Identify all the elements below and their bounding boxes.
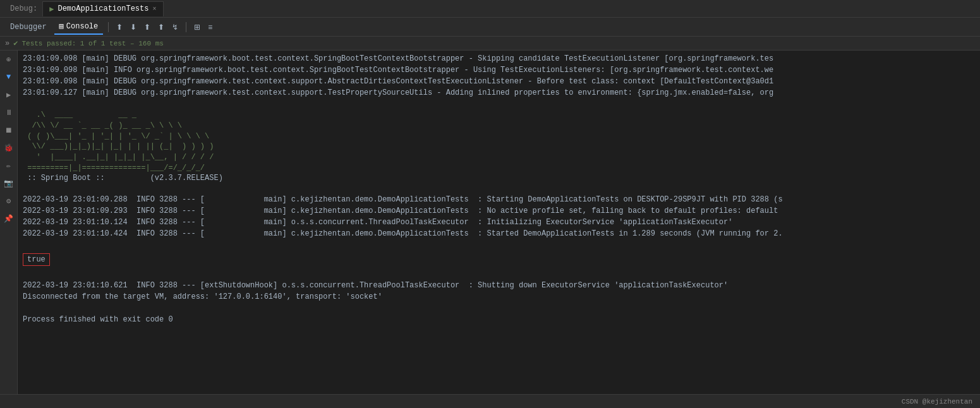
toolbar-btn-1[interactable]: ⬆: [114, 21, 125, 33]
spring-version: :: Spring Boot :: (v2.3.7.RELEASE): [23, 174, 975, 183]
empty-line-4: [23, 268, 975, 280]
tab-debugger[interactable]: Debugger: [5, 20, 52, 34]
main-area: ⊕ ▼ ▶ ⏸ ⏹ 🐞 ✏ 📷 ⚙ 📌 23:01:09.098 [main] …: [0, 51, 980, 394]
sidebar-icon-3[interactable]: ▶: [3, 88, 15, 101]
sidebar-icon-bug[interactable]: 🐞: [3, 141, 15, 154]
tab-icon: ▶: [49, 4, 54, 14]
log-line-2: 23:01:09.098 [main] DEBUG org.springfram…: [23, 53, 975, 64]
sidebar-icon-4[interactable]: ⏸: [3, 106, 15, 119]
toolbar-btn-3[interactable]: ⬆: [142, 21, 153, 33]
log-line-4: 23:01:09.098 [main] DEBUG org.springfram…: [23, 76, 975, 87]
log-line-5: 23:01:09.127 [main] DEBUG org.springfram…: [23, 87, 975, 99]
info-line-1: 2022-03-19 23:01:09.288 INFO 3288 --- [ …: [23, 194, 975, 205]
tab-console[interactable]: ▤ Console: [54, 19, 104, 35]
sidebar-icon-pin[interactable]: 📌: [3, 212, 15, 225]
shutdown-line-1: 2022-03-19 23:01:10.621 INFO 3288 --- [e…: [23, 280, 975, 291]
toolbar-btn-4[interactable]: ⬆: [155, 21, 167, 33]
debug-label: Debug:: [5, 4, 42, 13]
sidebar-icon-camera[interactable]: 📷: [3, 177, 15, 189]
test-pass-status: Tests passed: 1 of 1 test – 160 ms: [21, 40, 163, 47]
scroll-right-indicator: »: [5, 39, 9, 48]
console-area[interactable]: 23:01:09.098 [main] DEBUG org.springfram…: [18, 51, 980, 394]
footer-brand: CSDN @kejizhentan: [902, 398, 972, 405]
toolbar-btn-grid[interactable]: ⊞: [191, 21, 203, 33]
info-line-3: 2022-03-19 23:01:10.124 INFO 3288 --- [ …: [23, 217, 975, 228]
process-finish-line: Process finished with exit code 0: [23, 314, 975, 325]
console-label: Console: [66, 22, 98, 31]
info-line-4: 2022-03-19 23:01:10.424 INFO 3288 --- [ …: [23, 228, 975, 239]
empty-line-1: [23, 99, 975, 110]
tab-close-icon[interactable]: ×: [152, 6, 156, 13]
toolbar-btn-5[interactable]: ↯: [169, 21, 181, 33]
sidebar-icon-1[interactable]: ⊕: [3, 53, 15, 66]
status-bar: » ✔ Tests passed: 1 of 1 test – 160 ms: [0, 37, 980, 51]
empty-line-2: [23, 183, 975, 194]
toolbar: Debugger ▤ Console ⬆ ⬇ ⬆ ⬆ ↯ ⊞ ≡: [0, 18, 980, 37]
sidebar-icon-gear[interactable]: ⚙: [3, 195, 15, 207]
log-line-3: 23:01:09.098 [main] INFO org.springframe…: [23, 64, 975, 76]
empty-line-3: [23, 239, 975, 251]
title-bar: Debug: ▶ DemoApplicationTests ×: [0, 0, 980, 18]
toolbar-separator: [108, 22, 109, 32]
disconnect-line: Disconnected from the target VM, address…: [23, 291, 975, 303]
sidebar-icon-2[interactable]: ▼: [3, 71, 15, 83]
toolbar-separator-2: [186, 22, 186, 32]
true-value-container: true: [23, 251, 975, 268]
debugger-label: Debugger: [10, 23, 47, 32]
check-icon: ✔: [13, 39, 18, 48]
sidebar-icon-5[interactable]: ⏹: [3, 124, 15, 136]
toolbar-btn-lines[interactable]: ≡: [205, 21, 215, 33]
sidebar-icon-edit[interactable]: ✏: [3, 159, 15, 172]
tab-label: DemoApplicationTests: [57, 4, 148, 13]
sidebar: ⊕ ▼ ▶ ⏸ ⏹ 🐞 ✏ 📷 ⚙ 📌: [0, 51, 18, 394]
footer-bar: CSDN @kejizhentan: [0, 394, 980, 408]
console-icon: ▤: [59, 21, 64, 31]
empty-line-5: [23, 303, 975, 314]
info-line-2: 2022-03-19 23:01:09.293 INFO 3288 --- [ …: [23, 205, 975, 217]
toolbar-btn-2[interactable]: ⬇: [128, 21, 139, 33]
spring-boot-banner: .\ ____ __ _ /\\ \/ __ `_ __ _( )_ __ _\…: [23, 110, 975, 174]
true-value: true: [23, 253, 50, 266]
demo-application-tests-tab[interactable]: ▶ DemoApplicationTests ×: [42, 1, 163, 16]
